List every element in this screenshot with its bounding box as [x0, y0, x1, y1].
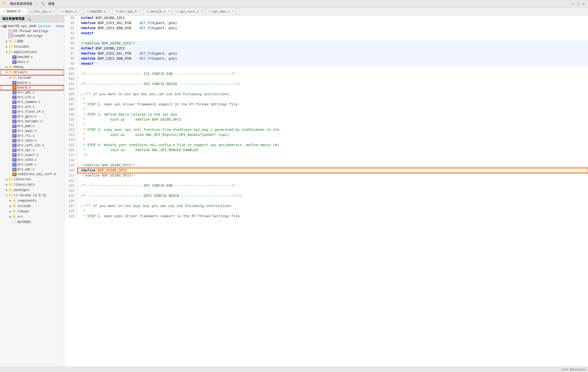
tree-item-drv_usbh_c[interactable]: cdrv_usbh.c	[0, 162, 64, 167]
line-code-116[interactable]: * such as #define HAL_SPI_MODULE_ENABLED	[78, 148, 588, 153]
tab-main_c[interactable]: ▪cmain.c×	[58, 8, 83, 15]
tree-item-drv_spi_c[interactable]: cdrv_spi.c	[0, 148, 64, 153]
line-code-108[interactable]: *	[78, 107, 588, 112]
tree-item-rt_thread[interactable]: ▼📁rt-thread [4.0.3]	[0, 193, 64, 198]
tree-item-binary[interactable]: ▶📁二进制	[0, 39, 64, 44]
line-code-126[interactable]	[78, 198, 588, 204]
line-code-100[interactable]	[78, 66, 588, 71]
line-code-95[interactable]: /*#define BSP_USING_I2C2*/	[78, 41, 588, 46]
tree-item-drv_clk_c[interactable]: cdrv_clk.c	[0, 95, 64, 100]
tree-item-components[interactable]: ▶📁components	[0, 198, 64, 204]
line-code-121[interactable]: /*#define BSP_USING_SPI3*/	[78, 173, 588, 178]
tab-close-drv_spi_c[interactable]: ×	[54, 10, 55, 13]
tree-item-board_c[interactable]: cboard.c	[0, 80, 64, 85]
line-code-106[interactable]: *	[78, 97, 588, 102]
line-code-98[interactable]: #define BSP_I2C2_SDA_PIN GET_PIN(port, p…	[78, 56, 588, 61]
line-code-129[interactable]: * STEP 1, open qspi driver framework sup…	[78, 214, 588, 219]
tree-item-drv_adc_c[interactable]: cdrv_adc.c	[0, 90, 64, 95]
minimize-button[interactable]: ─	[570, 1, 575, 7]
line-code-92[interactable]: #define BSP_I2C1_SDA_PIN GET_PIN(port, p…	[78, 26, 588, 31]
tree-item-drv_soft_i2c_c[interactable]: cdrv_soft_i2c.c	[0, 143, 64, 148]
line-code-117[interactable]: */	[78, 153, 588, 158]
tab-drv_spi_c[interactable]: ▪cdrv_spi.c×	[27, 8, 58, 15]
line-code-113[interactable]: * such as void HAL_SPI_MspInit(SPI_Handl…	[78, 132, 588, 137]
tree-item-cubemx[interactable]: ⚙CubeMX Settings	[0, 34, 64, 39]
line-code-124[interactable]	[78, 188, 588, 193]
tree-item-drv_gpio_c[interactable]: cdrv_gpio.c	[0, 114, 64, 119]
tree-item-board_h[interactable]: hboard.h	[0, 85, 64, 90]
line-code-102[interactable]	[78, 76, 588, 82]
tab-spi_dev_c[interactable]: ▪cspi_dev.c×	[206, 8, 237, 15]
tab-bme280_c[interactable]: ▪cbme280.c×	[84, 8, 113, 15]
line-code-103[interactable]: /*--------------------------- SPI CONFIG…	[78, 82, 588, 87]
line-code-119[interactable]: /*#define BSP_USING_SPI1*/	[78, 163, 588, 168]
tab-close-spi_dev_c[interactable]: ×	[232, 10, 234, 13]
line-code-99[interactable]: #endif	[78, 61, 588, 66]
line-code-91[interactable]: #define BSP_I2C1_SCL_PIN GET_PIN(port, p…	[78, 21, 588, 26]
tree-item-drv_wdt_c[interactable]: cdrv_wdt.c	[0, 167, 64, 172]
tree-item-include_rt[interactable]: ▶📁include	[0, 204, 64, 209]
tab-close-device_c[interactable]: ×	[168, 10, 170, 13]
tree-item-src[interactable]: ▶📁src	[0, 214, 64, 220]
line-code-96[interactable]: #ifdef BSP_USING_I2C2	[78, 46, 588, 51]
close-button[interactable]: ×	[582, 1, 586, 7]
line-code-115[interactable]: * STEP 4, modify your stm32xxxx_hal_conf…	[78, 143, 588, 148]
line-code-93[interactable]: #endif	[78, 31, 588, 36]
tree-item-bme280_c[interactable]: cbme280.c	[0, 55, 64, 60]
tree-item-include_folder[interactable]: ▶📁include	[0, 75, 64, 80]
tree-item-stm32l4xx_hal_conf_h[interactable]: hstm32l4xx_hal_conf.h	[0, 172, 64, 177]
tree-item-linkscripts[interactable]: ▶📁linkscripts	[0, 182, 64, 187]
tab-close-spi_core_c[interactable]: ×	[201, 10, 203, 13]
tree-item-drv_usbd_c[interactable]: cdrv_usbd.c	[0, 158, 64, 162]
tree-item-libcpu[interactable]: ▶📁libcpu	[0, 209, 64, 214]
tab-board_h[interactable]: ▪hboard.h×	[0, 8, 27, 15]
line-code-123[interactable]: /*--------------------------- SPI CONFIG…	[78, 183, 588, 188]
tab-close-board_h[interactable]: ×	[22, 10, 24, 13]
line-code-112[interactable]: * STEP 3, copy your spi init function fr…	[78, 127, 588, 132]
line-code-105[interactable]: ⊖ /** if you want to use spi bus you can…	[78, 92, 588, 97]
tree-item-drv_pwm_c[interactable]: cdrv_pwm.c	[0, 124, 64, 129]
line-code-128[interactable]: *	[78, 209, 588, 214]
line-code-97[interactable]: #define BSP_I2C2_SCL_PIN GET_PIN(port, p…	[78, 51, 588, 56]
tree-item-drv_qspi_c[interactable]: cdrv_qspi.c	[0, 129, 64, 133]
line-code-107[interactable]: * STEP 1, open spi driver framework supp…	[78, 102, 588, 107]
line-code-101[interactable]: /*--------------------------- I2C CONFIG…	[78, 71, 588, 76]
tab-close-main_c[interactable]: ×	[79, 10, 81, 13]
line-code-127[interactable]: ⊖ /** if you want to use qspi bus you ca…	[78, 204, 588, 209]
tree-item-packages[interactable]: ▶📁packages	[0, 187, 64, 193]
tree-item-drv_sdio_c[interactable]: cdrv_sdio.c	[0, 138, 64, 143]
tree-item-drv_common_c[interactable]: cdrv_common.c	[0, 100, 64, 105]
tree-item-debug[interactable]: ▶📁Debug	[0, 64, 64, 70]
line-code-111[interactable]: *	[78, 122, 588, 127]
tab-device_c[interactable]: ▪cdevice.c×	[143, 8, 173, 15]
tree-item-includes[interactable]: ▶📁Includes	[0, 44, 64, 49]
line-code-125[interactable]: /*--------------------------- QSPI CONFI…	[78, 193, 588, 198]
line-code-122[interactable]	[78, 178, 588, 183]
tree-item-drv_hwtimer_c[interactable]: cdrv_hwtimer.c	[0, 119, 64, 124]
tab-drv_spi_h[interactable]: ▪hdrv_spi.h×	[112, 8, 143, 15]
line-code-120[interactable]: #define BSP_USING_SPI2	[78, 168, 588, 173]
sidebar-search-icon[interactable]: 🔍	[27, 17, 31, 21]
restore-button[interactable]: □	[576, 1, 580, 7]
tree-item-drv_eth_c[interactable]: cdrv_eth.c	[0, 105, 64, 109]
line-code-110[interactable]: * such as #define BSP_USING_SPI1	[78, 117, 588, 122]
tree-item-drivers[interactable]: ▼📁drivers	[0, 70, 64, 75]
line-code-104[interactable]	[78, 87, 588, 92]
line-code-109[interactable]: * STEP 2, define macro related to the sp…	[78, 112, 588, 117]
line-code-118[interactable]	[78, 158, 588, 163]
line-code-90[interactable]: #ifdef BSP_USING_I2C1	[78, 16, 588, 21]
tree-item-drv_flash_l4_c[interactable]: cdrv_flash_l4.c	[0, 109, 64, 114]
code-content[interactable]: 90#ifdef BSP_USING_I2C191#define BSP_I2C…	[64, 16, 588, 367]
tree-item-rt_settings[interactable]: ⚙RT-Thread Settings	[0, 29, 64, 34]
tab-close-bme280_c[interactable]: ×	[108, 10, 109, 13]
tab-close-drv_spi_h[interactable]: ×	[139, 10, 141, 13]
tab-spi_core_c[interactable]: ▪cspi_core.c×	[173, 8, 206, 15]
line-code-114[interactable]: *	[78, 137, 588, 143]
line-code-94[interactable]	[78, 36, 588, 41]
tree-item-applications[interactable]: ▼📁applications	[0, 49, 64, 55]
tree-item-libraries[interactable]: ▶📁libraries	[0, 177, 64, 182]
tree-item-drv_rtc_c[interactable]: cdrv_rtc.c	[0, 133, 64, 138]
tree-item-authors[interactable]: 📄AUTHORS	[0, 220, 64, 225]
tree-item-drv_usart_c[interactable]: cdrv_usart.c	[0, 153, 64, 158]
tree-item-root[interactable]: ▼📦bme280_spi_demo[Active - Debug]	[0, 24, 64, 29]
